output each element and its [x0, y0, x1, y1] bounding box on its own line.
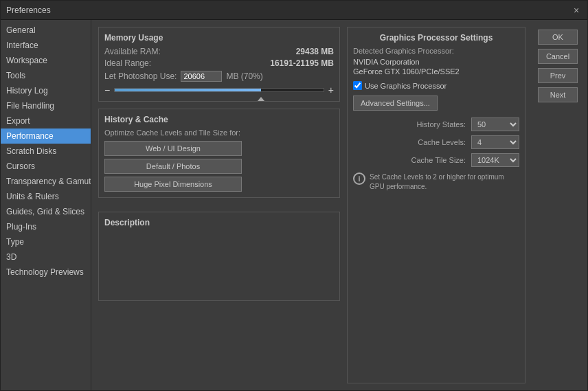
history-cache-section: History & Cache Optimize Cache Levels an… — [98, 109, 340, 198]
memory-slider[interactable] — [114, 85, 324, 96]
use-gpu-label: Use Graphics Processor — [365, 82, 446, 90]
gpu-section: Graphics Processor Settings Detected Gra… — [347, 27, 525, 383]
next-button[interactable]: Next — [538, 87, 578, 102]
action-buttons: OK Cancel Prev Next — [532, 27, 580, 383]
close-button[interactable]: × — [571, 5, 582, 16]
cache-tile-label: Cache Tile Size: — [411, 156, 466, 164]
main-content: Memory Usage Available RAM: 29438 MB Ide… — [98, 27, 580, 383]
cache-levels-select[interactable]: 4 2 6 8 — [471, 135, 519, 149]
use-gpu-row: Use Graphics Processor — [353, 81, 519, 90]
preferences-window: Preferences × General Interface Workspac… — [0, 0, 588, 391]
sidebar-item-plug-ins[interactable]: Plug-Ins — [1, 219, 91, 234]
sidebar-item-history-log[interactable]: History Log — [1, 83, 91, 98]
sidebar-item-workspace[interactable]: Workspace — [1, 53, 91, 68]
available-ram-row: Available RAM: 29438 MB — [104, 47, 334, 56]
available-label: Available RAM: — [104, 47, 161, 56]
cancel-button[interactable]: Cancel — [538, 49, 578, 64]
memory-title: Memory Usage — [104, 33, 334, 43]
sidebar-item-interface[interactable]: Interface — [1, 38, 91, 53]
sidebar-item-units-rulers[interactable]: Units & Rulers — [1, 189, 91, 204]
ideal-label: Ideal Range: — [104, 58, 151, 68]
history-cache-title: History & Cache — [104, 115, 334, 124]
gpu-tip: i Set Cache Levels to 2 or higher for op… — [353, 172, 519, 192]
sidebar-item-3d[interactable]: 3D — [1, 249, 91, 265]
right-column: Graphics Processor Settings Detected Gra… — [347, 27, 525, 383]
sidebar-item-file-handling[interactable]: File Handling — [1, 98, 91, 113]
web-ui-design-button[interactable]: Web / UI Design — [104, 141, 242, 156]
gpu-tip-text: Set Cache Levels to 2 or higher for opti… — [370, 172, 519, 192]
sidebar-item-cursors[interactable]: Cursors — [1, 159, 91, 174]
slider-arrow-icon — [258, 97, 264, 101]
sidebar-item-technology-previews[interactable]: Technology Previews — [1, 265, 91, 280]
sidebar-item-scratch-disks[interactable]: Scratch Disks — [1, 144, 91, 159]
let-use-input[interactable] — [181, 71, 222, 82]
history-states-row: History States: 50 20 100 — [353, 118, 519, 131]
sidebar-item-guides-grid-slices[interactable]: Guides, Grid & Slices — [1, 204, 91, 219]
huge-pixel-button[interactable]: Huge Pixel Dimensions — [104, 177, 242, 192]
cache-tile-select[interactable]: 1024K 128K 256K 512K 2048K — [471, 153, 519, 167]
sidebar-item-tools[interactable]: Tools — [1, 68, 91, 83]
gpu-name: NVIDIA Corporation — [353, 58, 519, 66]
sidebar-item-performance[interactable]: Performance — [1, 129, 91, 144]
gpu-section-title: Graphics Processor Settings — [353, 33, 519, 43]
slider-minus-icon[interactable]: − — [104, 85, 110, 96]
main-panel: Memory Usage Available RAM: 29438 MB Ide… — [91, 20, 587, 390]
left-column: Memory Usage Available RAM: 29438 MB Ide… — [98, 27, 340, 383]
use-gpu-checkbox[interactable] — [353, 81, 362, 90]
ideal-range-row: Ideal Range: 16191-21195 MB — [104, 58, 334, 68]
description-title: Description — [104, 218, 334, 227]
content-area: General Interface Workspace Tools Histor… — [1, 20, 587, 390]
info-icon: i — [353, 172, 365, 185]
cache-buttons: Web / UI Design Default / Photos Huge Pi… — [104, 141, 334, 192]
cache-levels-row: Cache Levels: 4 2 6 8 — [353, 135, 519, 149]
optimize-label: Optimize Cache Levels and Tile Size for: — [104, 129, 334, 137]
sidebar-item-transparency-gamut[interactable]: Transparency & Gamut — [1, 174, 91, 189]
sidebar-item-export[interactable]: Export — [1, 113, 91, 129]
window-title: Preferences — [6, 5, 51, 15]
history-settings: History States: 50 20 100 Cache Levels: — [353, 118, 519, 167]
history-states-select[interactable]: 50 20 100 — [471, 118, 519, 131]
advanced-settings-button[interactable]: Advanced Settings... — [353, 96, 438, 111]
memory-section: Memory Usage Available RAM: 29438 MB Ide… — [98, 27, 340, 102]
description-section: Description — [98, 212, 340, 301]
cache-tile-row: Cache Tile Size: 1024K 128K 256K 512K 20… — [353, 153, 519, 167]
sidebar: General Interface Workspace Tools Histor… — [1, 20, 91, 390]
slider-plus-icon[interactable]: + — [328, 85, 334, 96]
gpu-model: GeForce GTX 1060/PCIe/SSE2 — [353, 67, 519, 76]
memory-slider-row: − + — [104, 85, 334, 96]
ok-button[interactable]: OK — [538, 30, 578, 45]
title-bar: Preferences × — [1, 1, 587, 20]
sidebar-item-type[interactable]: Type — [1, 234, 91, 249]
let-use-row: Let Photoshop Use: MB (70%) — [104, 71, 334, 82]
cache-levels-label: Cache Levels: — [418, 138, 466, 146]
default-photos-button[interactable]: Default / Photos — [104, 159, 242, 174]
slider-fill — [115, 89, 261, 91]
gpu-detected-label: Detected Graphics Processor: — [353, 47, 519, 55]
ideal-value: 16191-21195 MB — [270, 58, 334, 68]
let-use-label: Let Photoshop Use: — [104, 71, 177, 81]
available-value: 29438 MB — [296, 47, 334, 56]
prev-button[interactable]: Prev — [538, 68, 578, 83]
slider-track — [114, 88, 324, 92]
history-states-label: History States: — [416, 120, 466, 129]
sidebar-item-general[interactable]: General — [1, 23, 91, 38]
let-use-pct: MB (70%) — [226, 71, 262, 81]
